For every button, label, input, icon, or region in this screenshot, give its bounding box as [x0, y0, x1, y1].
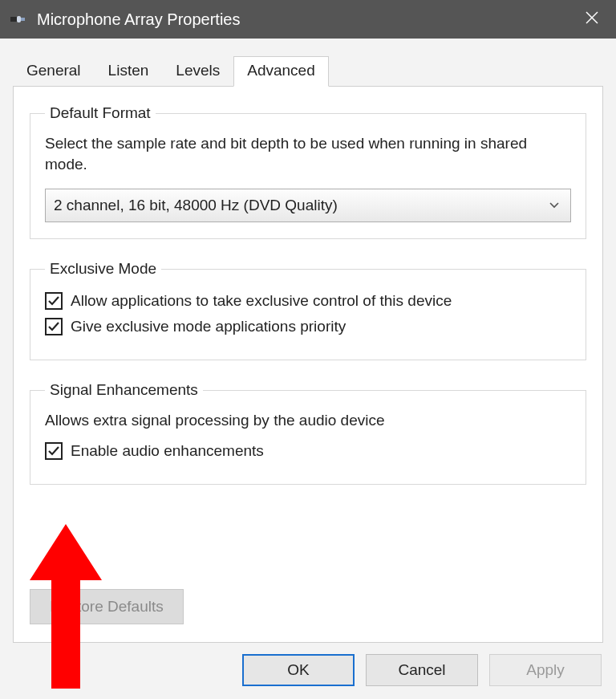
properties-dialog: Microphone Array Properties General List… — [0, 0, 616, 699]
exclusive-mode-group: Exclusive Mode Allow applications to tak… — [30, 260, 586, 360]
checkbox-icon — [45, 318, 63, 335]
client-area: General Listen Levels Advanced Default F… — [0, 39, 616, 699]
give-priority-label: Give exclusive mode applications priorit… — [71, 318, 346, 335]
default-format-group: Default Format Select the sample rate an… — [30, 104, 586, 239]
signal-enhancements-legend: Signal Enhancements — [45, 381, 203, 399]
allow-exclusive-checkbox[interactable]: Allow applications to take exclusive con… — [45, 292, 571, 310]
default-format-description: Select the sample rate and bit depth to … — [45, 133, 571, 174]
chevron-down-icon — [545, 201, 564, 209]
tab-levels[interactable]: Levels — [162, 56, 233, 87]
tab-advanced[interactable]: Advanced — [233, 56, 329, 87]
default-format-selected: 2 channel, 16 bit, 48000 Hz (DVD Quality… — [54, 197, 545, 214]
give-priority-checkbox[interactable]: Give exclusive mode applications priorit… — [45, 318, 571, 335]
exclusive-mode-legend: Exclusive Mode — [45, 260, 161, 278]
tab-strip: General Listen Levels Advanced — [2, 40, 614, 87]
checkbox-icon — [45, 292, 63, 310]
default-format-dropdown[interactable]: 2 channel, 16 bit, 48000 Hz (DVD Quality… — [45, 189, 571, 222]
enable-audio-enhancements-label: Enable audio enhancements — [71, 442, 264, 460]
svg-rect-2 — [21, 18, 25, 21]
enable-audio-enhancements-checkbox[interactable]: Enable audio enhancements — [45, 442, 571, 460]
tab-general[interactable]: General — [13, 56, 95, 87]
svg-rect-1 — [17, 16, 21, 22]
cancel-button[interactable]: Cancel — [366, 654, 478, 686]
svg-rect-0 — [10, 17, 17, 22]
ok-button[interactable]: OK — [242, 654, 355, 686]
close-icon — [586, 11, 598, 28]
titlebar: Microphone Array Properties — [0, 0, 616, 39]
tab-listen[interactable]: Listen — [95, 56, 163, 87]
close-button[interactable] — [568, 0, 616, 39]
dialog-button-row: OK Cancel Apply — [2, 643, 614, 699]
allow-exclusive-label: Allow applications to take exclusive con… — [71, 292, 452, 310]
restore-defaults-button[interactable]: Restore Defaults — [30, 589, 184, 624]
advanced-tab-panel: Default Format Select the sample rate an… — [13, 86, 603, 643]
signal-enhancements-description: Allows extra signal processing by the au… — [45, 410, 571, 431]
checkbox-icon — [45, 442, 63, 460]
apply-button[interactable]: Apply — [489, 654, 602, 686]
microphone-icon — [10, 10, 27, 28]
window-title: Microphone Array Properties — [37, 10, 568, 29]
signal-enhancements-group: Signal Enhancements Allows extra signal … — [30, 381, 586, 485]
default-format-legend: Default Format — [45, 104, 156, 122]
